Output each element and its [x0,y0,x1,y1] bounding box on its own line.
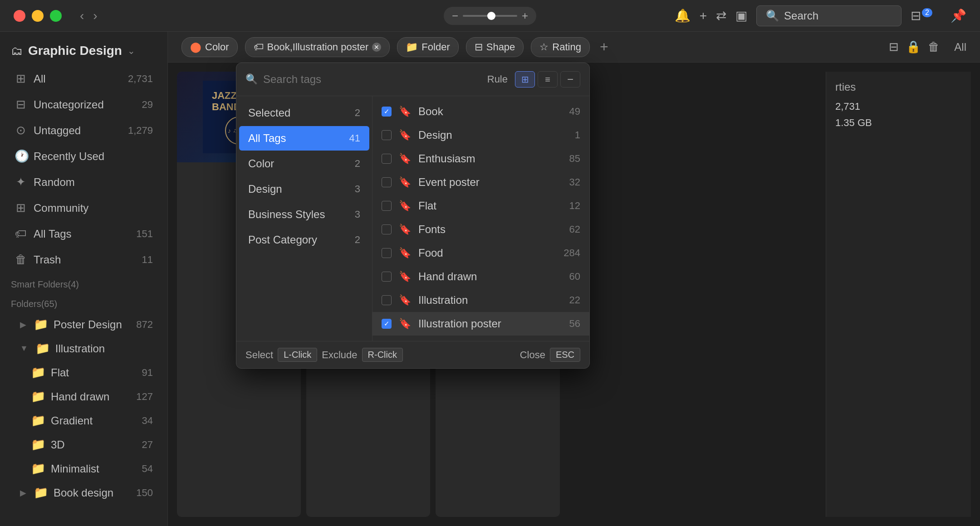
sidebar-item-gradient[interactable]: 📁 Gradient 34 [4,409,164,432]
maximize-button[interactable] [50,10,62,22]
tag-item-fonts[interactable]: 🔖 Fonts 62 [372,218,589,241]
collapse-button[interactable]: − [560,71,580,88]
tag-checkbox-illustration[interactable] [382,295,392,305]
sidebar-item-illustration[interactable]: ▼ 📁 Illustration [4,337,164,360]
all-tags-dd-label: All Tags [248,132,286,145]
filter-folder-label: Folder [421,41,450,53]
folder-label-illustration: Illustration [55,342,105,355]
recently-used-icon: 🕐 [15,149,27,163]
untagged-count: 1,279 [128,125,153,136]
search-text: Search [784,10,818,22]
close-label: Close [520,349,545,361]
tag-checkbox-illustration-poster[interactable] [382,319,392,329]
transfer-button[interactable]: ⇄ [716,8,726,23]
rule-button[interactable]: Rule [487,73,508,85]
dd-section-business-styles[interactable]: Business Styles 3 [239,202,369,227]
tag-count-flat: 12 [569,200,580,212]
tag-name-fonts: Fonts [418,223,562,236]
tag-item-design[interactable]: 🔖 Design 1 [372,123,589,147]
tag-checkbox-book[interactable] [382,107,392,117]
close-button[interactable] [14,10,25,22]
dd-section-design[interactable]: Design 3 [239,177,369,201]
add-filter-button[interactable]: + [600,39,608,55]
main-layout: 🗂 Graphic Design ⌄ ⊞ All 2,731 ⊟ Uncateg… [0,32,980,526]
zoom-slider[interactable] [463,15,517,17]
filter-color-label: Color [205,41,229,53]
tag-name-design: Design [418,129,568,141]
sidebar-item-poster-design[interactable]: ▶ 📁 Poster Design 872 [4,313,164,336]
titlebar-center: − + [444,7,536,25]
tag-checkbox-food[interactable] [382,248,392,258]
properties-title: rties [835,81,962,93]
tag-checkbox-design[interactable] [382,130,392,140]
dd-section-color[interactable]: Color 2 [239,151,369,176]
poster-design-count: 872 [136,319,153,331]
tag-item-hand-drawn[interactable]: 🔖 Hand drawn 60 [372,265,589,288]
sidebar-item-trash[interactable]: 🗑 Trash 11 [4,247,164,272]
grid-view-button[interactable]: ⊞ [515,71,535,88]
tag-item-food[interactable]: 🔖 Food 284 [372,241,589,265]
tag-item-flat[interactable]: 🔖 Flat 12 [372,194,589,218]
dropdown-search-input[interactable] [263,73,482,86]
sidebar-item-3d[interactable]: 📁 3D 27 [4,433,164,456]
sidebar-item-hand-drawn[interactable]: 📁 Hand drawn 127 [4,385,164,408]
sidebar-item-all-tags[interactable]: 🏷 All Tags 151 [4,221,164,246]
pin-button[interactable]: 📌 [951,8,966,23]
notification-button[interactable]: 🔔 [675,8,691,23]
tag-checkbox-event-poster[interactable] [382,177,392,187]
tag-item-enthusiasm[interactable]: 🔖 Enthusiasm 85 [372,147,589,170]
sidebar-item-flat[interactable]: 📁 Flat 91 [4,361,164,384]
filter-settings-icon[interactable]: ⊟ [889,40,899,54]
zoom-in-button[interactable]: + [522,10,528,22]
forward-button[interactable]: › [88,7,102,25]
illustration-folder-icon: 📁 [35,341,50,356]
layout-button[interactable]: ▣ [735,8,747,23]
close-tag-icon[interactable]: ✕ [372,43,381,52]
minimize-button[interactable] [32,10,44,22]
dd-section-selected[interactable]: Selected 2 [239,101,369,125]
tag-item-book[interactable]: 🔖 Book 49 [372,100,589,123]
add-button[interactable]: + [700,9,707,23]
sidebar-item-uncategorized[interactable]: ⊟ Uncategorized 29 [4,92,164,117]
tag-bookmark-enthusiasm-icon: 🔖 [399,153,411,165]
sidebar-item-untagged[interactable]: ⊙ Untagged 1,279 [4,118,164,143]
filter-tag-rating[interactable]: ☆ Rating [531,37,590,57]
filter-tag-book-illustration[interactable]: 🏷 Book,Illustration poster ✕ [245,37,390,57]
tag-bookmark-ill-poster-icon: 🔖 [399,318,411,330]
business-styles-dd-count: 3 [355,209,360,220]
uncategorized-icon: ⊟ [15,97,27,112]
properties-size: 1.35 GB [835,117,962,129]
tag-count-illustration: 22 [569,294,580,306]
zoom-out-button[interactable]: − [452,10,458,22]
folder-label-poster-design: Poster Design [54,318,122,331]
tag-item-illustration[interactable]: 🔖 Illustration 22 [372,288,589,312]
sidebar-item-all[interactable]: ⊞ All 2,731 [4,66,164,91]
tag-checkbox-flat[interactable] [382,201,392,211]
tag-name-event-poster: Event poster [418,176,562,189]
sidebar-folder-icon: 🗂 [11,44,23,58]
back-button[interactable]: ‹ [75,7,88,25]
tag-item-event-poster[interactable]: 🔖 Event poster 32 [372,170,589,194]
filter-tag-shape[interactable]: ⊟ Shape [466,37,524,57]
filter-tag-color[interactable]: ⬤ Color [181,37,238,57]
tag-checkbox-fonts[interactable] [382,224,392,234]
tag-item-inner-page[interactable]: 🔖 Inner page 20 [372,336,589,341]
dropdown-icon-group: ⊞ ≡ − [515,71,580,88]
tag-checkbox-enthusiasm[interactable] [382,154,392,164]
book-expand-icon: ▶ [20,488,26,498]
filter-button[interactable]: ⊟ 2 [911,8,932,23]
sidebar-item-book-design[interactable]: ▶ 📁 Book design 150 [4,481,164,504]
tag-checkbox-hand-drawn[interactable] [382,272,392,282]
sidebar-item-community[interactable]: ⊞ Community [4,195,164,220]
dd-section-post-category[interactable]: Post Category 2 [239,228,369,252]
trash-icon: 🗑 [15,253,27,267]
filter-tag-folder[interactable]: 📁 Folder [397,37,458,57]
sidebar-item-minimalist[interactable]: 📁 Minimalist 54 [4,457,164,480]
tag-item-illustration-poster[interactable]: 🔖 Illustration poster 56 [372,312,589,336]
filter-lock-icon[interactable]: 🔒 [906,40,921,54]
list-view-button[interactable]: ≡ [538,71,558,88]
filter-delete-icon[interactable]: 🗑 [928,40,940,54]
dd-section-all-tags[interactable]: All Tags 41 [239,126,369,151]
sidebar-item-recently-used[interactable]: 🕐 Recently Used [4,144,164,169]
sidebar-item-random[interactable]: ✦ Random [4,170,164,195]
